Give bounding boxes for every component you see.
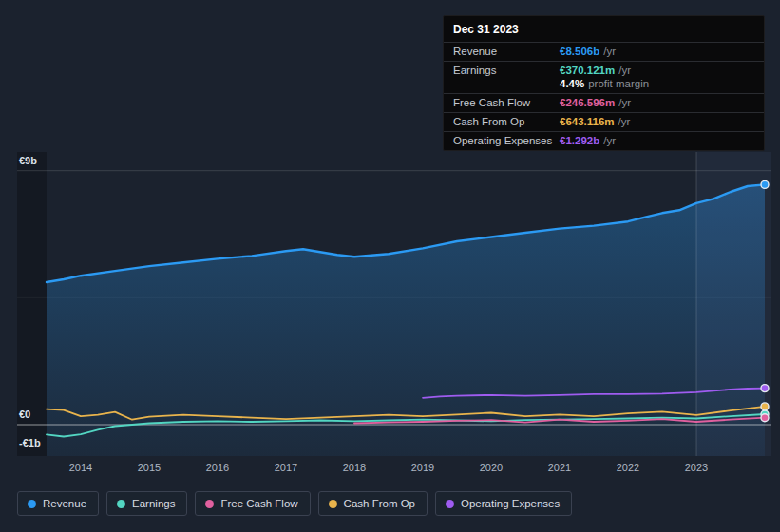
legend-label-operating-expenses: Operating Expenses [461, 498, 560, 509]
free-cash-flow-endpoint [761, 414, 769, 422]
legend-label-free-cash-flow: Free Cash Flow [220, 498, 297, 509]
tooltip-value-revenue: €8.506b [560, 46, 599, 57]
x-axis-label-2015: 2015 [138, 462, 161, 473]
legend-item-revenue[interactable]: Revenue [17, 491, 99, 516]
earnings-legend-dot [117, 500, 125, 508]
y-axis-label: €0 [19, 408, 30, 420]
legend-item-cash-from-op[interactable]: Cash From Op [318, 491, 428, 516]
free-cash-flow-legend-dot [205, 500, 214, 508]
chart-legend: Revenue Earnings Free Cash Flow Cash Fro… [17, 491, 572, 516]
x-axis-label-2023: 2023 [685, 462, 708, 473]
revenue-legend-dot [28, 500, 36, 508]
legend-label-earnings: Earnings [132, 498, 175, 509]
legend-item-free-cash-flow[interactable]: Free Cash Flow [195, 491, 310, 516]
x-axis-label-2022: 2022 [617, 462, 639, 473]
tooltip-suffix: /yr [618, 97, 631, 108]
legend-item-operating-expenses[interactable]: Operating Expenses [435, 491, 572, 516]
tooltip-suffix: /yr [618, 116, 631, 127]
tooltip-row-cash-from-op: Cash From Op €643.116m/yr [444, 112, 764, 131]
legend-label-cash-from-op: Cash From Op [344, 498, 415, 509]
x-axis-label-2019: 2019 [411, 462, 434, 473]
tooltip-value-free-cash-flow: €246.596m [560, 97, 615, 108]
tooltip-date: Dec 31 2023 [444, 16, 764, 42]
x-axis-label-2021: 2021 [548, 462, 571, 473]
tooltip-suffix: /yr [603, 135, 616, 146]
tooltip-value-earnings: €370.121m [560, 65, 615, 76]
tooltip-row-free-cash-flow: Free Cash Flow €246.596m/yr [444, 93, 764, 112]
tooltip-label-free-cash-flow: Free Cash Flow [453, 97, 560, 108]
financials-chart-page: Dec 31 2023 Revenue €8.506b/yr Earnings … [0, 0, 780, 532]
tooltip-row-revenue: Revenue €8.506b/yr [444, 42, 764, 61]
cash-from-op-legend-dot [329, 500, 337, 508]
tooltip-suffix: /yr [603, 46, 616, 57]
revenue-endpoint [761, 180, 769, 188]
operating-expenses-endpoint [761, 385, 769, 392]
x-axis-label-2014: 2014 [69, 462, 92, 473]
y-axis-label: -€1b [19, 437, 41, 448]
operating-expenses-legend-dot [446, 500, 454, 508]
tooltip-row-earnings: Earnings €370.121m/yr 4.4%profit margin [444, 61, 764, 93]
cash-from-op-endpoint [761, 403, 769, 410]
earnings-revenue-chart[interactable]: €9b€0-€1b2014201520162017201820192020202… [0, 152, 780, 480]
profit-margin-note: 4.4%profit margin [560, 76, 754, 89]
y-axis-label: €9b [19, 155, 37, 166]
tooltip-label-revenue: Revenue [453, 46, 560, 57]
tooltip-label-earnings: Earnings [453, 65, 560, 76]
tooltip-label-cash-from-op: Cash From Op [453, 116, 560, 127]
legend-label-revenue: Revenue [43, 498, 86, 509]
x-axis-label-2016: 2016 [206, 462, 229, 473]
tooltip-value-cash-from-op: €643.116m [560, 116, 615, 127]
tooltip-value-operating-expenses: €1.292b [560, 135, 599, 146]
chart-tooltip: Dec 31 2023 Revenue €8.506b/yr Earnings … [443, 15, 765, 151]
x-axis-label-2018: 2018 [343, 462, 366, 473]
x-axis-label-2017: 2017 [275, 462, 297, 473]
tooltip-label-operating-expenses: Operating Expenses [453, 135, 560, 146]
x-axis-label-2020: 2020 [480, 462, 503, 473]
profit-margin-label: profit margin [588, 78, 649, 89]
profit-margin-value: 4.4% [560, 78, 584, 89]
legend-item-earnings[interactable]: Earnings [106, 491, 187, 516]
tooltip-row-operating-expenses: Operating Expenses €1.292b/yr [444, 131, 764, 150]
tooltip-suffix: /yr [618, 65, 631, 76]
